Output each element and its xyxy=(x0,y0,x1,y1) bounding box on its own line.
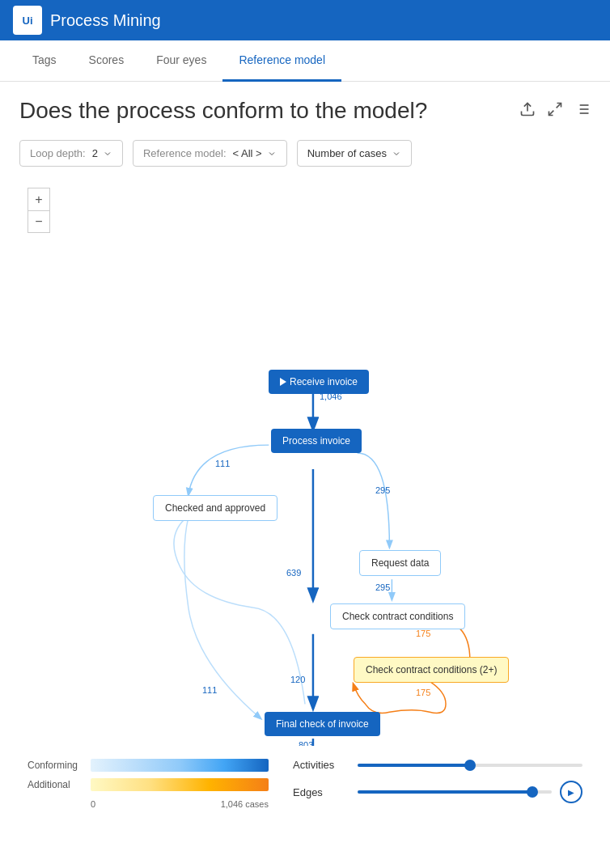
edge-label-111-left: 111 xyxy=(215,459,230,468)
tab-tags[interactable]: Tags xyxy=(16,40,73,82)
edges-fill xyxy=(358,790,532,794)
app-header: Ui Process Mining xyxy=(0,0,610,40)
legend-conforming-row: Conforming xyxy=(28,759,269,772)
loop-depth-label: Loop depth: xyxy=(30,147,86,159)
app-logo: Ui xyxy=(13,6,42,35)
edge-label-175-bottom: 175 xyxy=(416,688,430,697)
upload-icon[interactable] xyxy=(519,101,536,121)
reference-model-value: < All > xyxy=(233,147,262,159)
activities-fill xyxy=(358,764,470,767)
svg-line-1 xyxy=(557,103,561,108)
activities-slider[interactable] xyxy=(358,764,582,767)
main-content: Does the process conform to the model? xyxy=(0,82,610,825)
edge-label-120: 120 xyxy=(290,675,305,684)
activities-label: Activities xyxy=(293,759,349,771)
conforming-gradient xyxy=(91,759,269,772)
tab-four-eyes[interactable]: Four eyes xyxy=(140,40,222,82)
edges-label: Edges xyxy=(293,786,349,798)
menu-icon[interactable] xyxy=(574,101,591,121)
edge-label-175-top: 175 xyxy=(416,629,430,638)
activities-thumb xyxy=(464,760,476,771)
play-button[interactable]: ▶ xyxy=(560,781,582,803)
zoom-in-button[interactable]: + xyxy=(28,188,50,210)
diagram-area: + − xyxy=(19,180,591,746)
play-icon: ▶ xyxy=(568,788,574,797)
edge-label-295-right: 295 xyxy=(375,485,390,495)
app-title: Process Mining xyxy=(50,11,161,30)
number-of-cases-control[interactable]: Number of cases xyxy=(297,140,412,167)
legend-scale: 0 1,046 cases xyxy=(91,799,269,809)
reference-model-label: Reference model: xyxy=(143,147,227,159)
conforming-label: Conforming xyxy=(28,760,84,771)
legend-color-scale: Conforming Additional 0 1,046 cases xyxy=(28,759,269,809)
node-check-contract[interactable]: Check contract conditions xyxy=(330,603,465,629)
edge-label-111-long: 111 xyxy=(202,685,217,695)
page-title-row: Does the process conform to the model? xyxy=(19,98,591,124)
node-final-check[interactable]: Final check of invoice xyxy=(265,712,380,736)
node-check-contract-2plus[interactable]: Check contract conditions (2+) xyxy=(354,657,509,683)
chevron-down-icon-2 xyxy=(267,149,277,159)
expand-icon[interactable] xyxy=(547,101,563,121)
scale-start: 0 xyxy=(91,799,95,809)
page-title: Does the process conform to the model? xyxy=(19,98,519,124)
loop-depth-control[interactable]: Loop depth: 2 xyxy=(19,140,123,167)
node-process-invoice[interactable]: Process invoice xyxy=(271,429,362,453)
legend-area: Conforming Additional 0 1,046 cases Acti… xyxy=(19,759,591,809)
tab-reference-model[interactable]: Reference model xyxy=(222,40,341,82)
edges-slider-row: Edges ▶ xyxy=(293,781,582,803)
node-request-data[interactable]: Request data xyxy=(359,550,441,576)
additional-gradient xyxy=(91,778,269,791)
title-actions xyxy=(519,101,591,121)
additional-label: Additional xyxy=(28,779,84,790)
node-checked-approved[interactable]: Checked and approved xyxy=(153,495,277,521)
loop-depth-value: 2 xyxy=(92,147,98,159)
edges-thumb xyxy=(527,786,538,798)
chevron-down-icon xyxy=(103,149,112,159)
activities-slider-row: Activities xyxy=(293,759,582,771)
number-of-cases-label: Number of cases xyxy=(307,147,387,159)
node-receive-invoice[interactable]: Receive invoice xyxy=(269,370,369,394)
svg-line-2 xyxy=(549,110,554,115)
edge-label-295-below: 295 xyxy=(375,582,390,592)
scale-end: 1,046 cases xyxy=(221,799,269,809)
edge-label-639: 639 xyxy=(286,568,301,578)
tab-bar: Tags Scores Four eyes Reference model xyxy=(0,40,610,82)
zoom-out-button[interactable]: − xyxy=(28,210,50,233)
tab-scores[interactable]: Scores xyxy=(73,40,141,82)
edge-label-1046: 1,046 xyxy=(320,392,342,401)
edges-slider[interactable] xyxy=(358,790,552,794)
chevron-down-icon-3 xyxy=(392,149,401,159)
controls-row: Loop depth: 2 Reference model: < All > N… xyxy=(19,140,591,167)
legend-sliders: Activities Edges ▶ xyxy=(293,759,582,803)
reference-model-control[interactable]: Reference model: < All > xyxy=(133,140,287,167)
legend-additional-row: Additional xyxy=(28,778,269,791)
edge-label-803: 803 xyxy=(299,740,313,746)
zoom-controls: + − xyxy=(28,188,50,233)
